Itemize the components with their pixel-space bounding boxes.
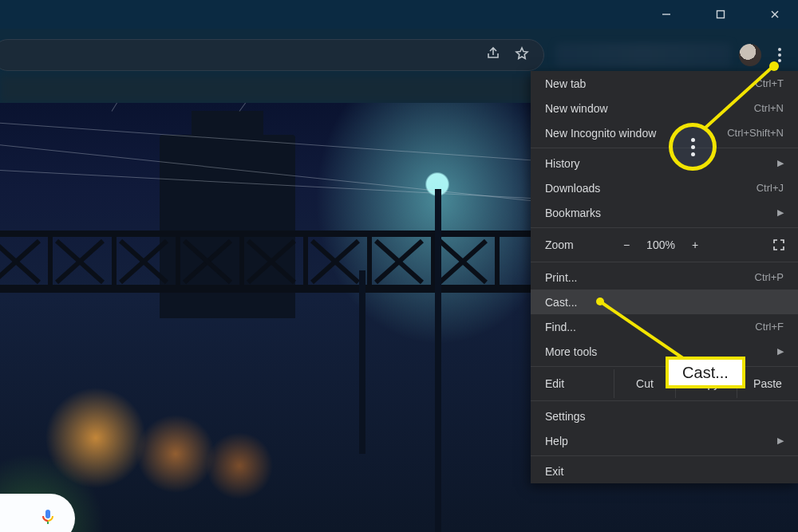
svg-line-4 — [705, 66, 773, 128]
svg-line-5 — [600, 301, 691, 364]
annotation-lines — [0, 0, 798, 532]
